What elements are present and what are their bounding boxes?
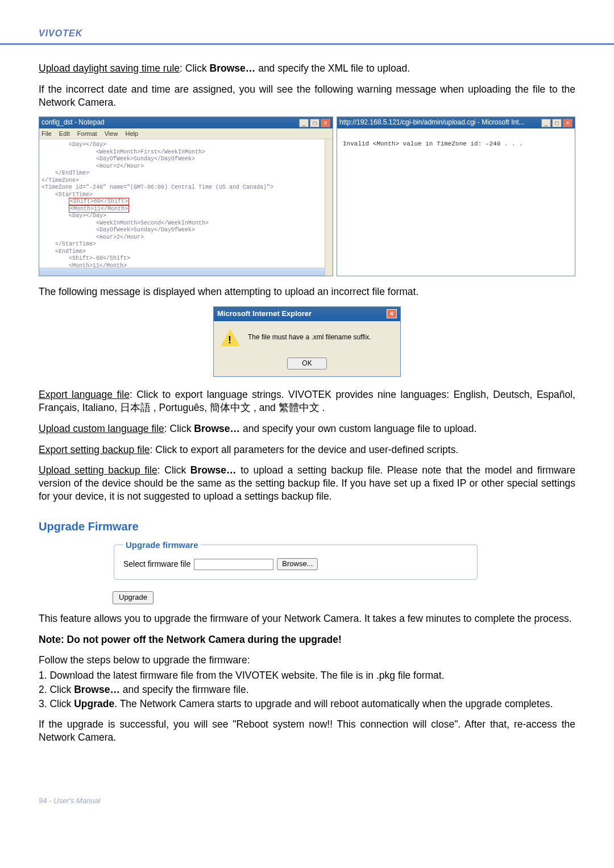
close-icon[interactable]: × [563,119,572,127]
label-upload-dst: Upload daylight saving time rule [39,63,180,74]
para-upload-backup: Upload setting backup file: Click Browse… [39,464,575,502]
browse-term: Browse… [210,63,256,74]
ie-title-text: http://192.168.5.121/cgi-bin/admin/uploa… [339,118,525,127]
maximize-icon[interactable]: □ [310,119,320,127]
menu-file[interactable]: File [42,130,52,137]
upgrade-note: Note: Do not power off the Network Camer… [39,633,575,646]
step-1: 1. Download the latest firmware file fro… [39,669,575,682]
highlighted-shift: <Shift>60</Shift> [69,198,129,205]
para-export-backup: Export setting backup file: Click to exp… [39,443,575,456]
notepad-menu: File Edit Format View Help [39,128,333,139]
scrollbar-horizontal[interactable] [39,268,325,276]
notepad-window: config_dst - Notepad _ □ × File Edit For… [39,117,333,276]
ie-dialog: Microsoft Internet Explorer × The file m… [213,306,401,377]
ie-error-body: Invalid <Month> value in TimeZone id: -2… [337,128,575,197]
para-wrong-format: The following message is displayed when … [39,285,575,298]
screenshot-pair: config_dst - Notepad _ □ × File Edit For… [39,117,575,276]
notepad-titlebar: config_dst - Notepad _ □ × [39,117,333,128]
label-export-backup: Export setting backup file [39,444,150,455]
para-upload-lang: Upload custom language file: Click Brows… [39,422,575,435]
ok-button[interactable]: OK [287,358,327,370]
dialog-title-text: Microsoft Internet Explorer [217,309,312,319]
notepad-body[interactable]: <Day></Day> <WeekInMonth>First</WeekInMo… [39,139,333,276]
close-icon[interactable]: × [387,309,397,318]
para-upgrade-desc: This feature allows you to upgrade the f… [39,612,575,625]
para-upgrade-success: If the upgrade is successful, you will s… [39,718,575,744]
scrollbar-vertical[interactable] [325,139,333,276]
menu-format[interactable]: Format [77,130,97,137]
upgrade-legend: Upgrade firmware [123,539,201,551]
step-3: 3. Click Upgrade. The Network Camera sta… [39,697,575,711]
minimize-icon[interactable]: _ [299,119,309,127]
minimize-icon[interactable]: _ [541,119,551,127]
ie-titlebar: http://192.168.5.121/cgi-bin/admin/uploa… [337,117,575,128]
select-firmware-label: Select firmware file [123,559,190,569]
label-export-lang: Export language file [39,389,130,400]
upgrade-firmware-fieldset: Upgrade firmware Select firmware file Br… [114,539,478,580]
page-footer: 94 - User's Manual [0,792,614,809]
para-export-lang: Export language file: Click to export la… [39,388,575,414]
firmware-file-input[interactable] [194,559,273,570]
para-warning-intro: If the incorrect date and time are assig… [39,83,575,109]
menu-help[interactable]: Help [125,130,138,137]
highlighted-month: <Month>11</Month> [69,205,129,213]
upgrade-button[interactable]: Upgrade [113,591,154,604]
menu-view[interactable]: View [105,130,118,137]
dialog-titlebar: Microsoft Internet Explorer × [214,307,400,321]
notepad-title-text: config_dst - Notepad [42,118,105,127]
upgrade-firmware-heading: Upgrade Firmware [39,519,575,534]
step-2: 2. Click Browse… and specify the firmwar… [39,683,575,696]
brand-logo: VIVOTEK [39,28,82,38]
steps-intro: Follow the steps below to upgrade the fi… [39,654,575,667]
browse-button[interactable]: Browse... [277,558,318,570]
label-upload-lang: Upload custom language file [39,423,164,434]
maximize-icon[interactable]: □ [552,119,562,127]
close-icon[interactable]: × [321,119,330,127]
menu-edit[interactable]: Edit [59,130,70,137]
warning-icon [221,329,240,346]
ie-error-window: http://192.168.5.121/cgi-bin/admin/uploa… [337,117,575,276]
dialog-message: The file must have a .xml filename suffi… [248,333,371,342]
para-upload-dst: Upload daylight saving time rule: Click … [39,62,575,75]
label-upload-backup: Upload setting backup file [39,464,157,476]
